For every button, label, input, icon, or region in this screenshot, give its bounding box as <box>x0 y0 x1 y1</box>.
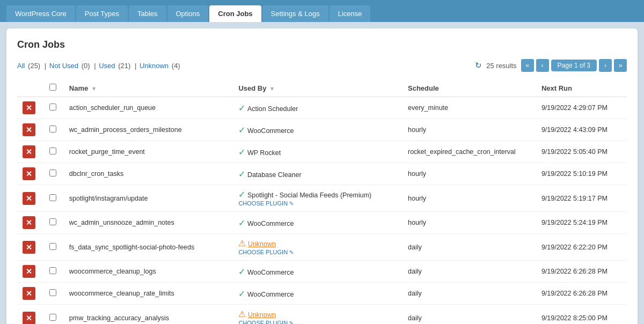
row-checkbox[interactable] <box>49 289 56 296</box>
used-check-icon: ✓️ <box>238 190 245 199</box>
name-sort-icon[interactable]: ▾ <box>92 85 96 92</box>
select-all-checkbox[interactable] <box>49 84 56 91</box>
delete-button[interactable]: ✕ <box>23 167 35 180</box>
unknown-label[interactable]: Unknown <box>248 240 276 248</box>
nextrun-value: 9/19/2022 4:29:07 PM <box>541 104 608 112</box>
row-checkbox[interactable] <box>49 126 56 132</box>
delete-button[interactable]: ✕ <box>23 101 35 114</box>
delete-button[interactable]: ✕ <box>23 265 35 278</box>
choose-plugin-link[interactable]: CHOOSE PLUGIN ✎ <box>238 320 294 324</box>
row-checkbox[interactable] <box>49 267 56 274</box>
name-cell: spotlight/instagram/update <box>64 185 233 212</box>
next-page-button-top[interactable]: › <box>599 59 612 72</box>
top-pagination: ↻ 25 results « ‹ Page 1 of 3 › » <box>475 59 627 72</box>
row-checkbox[interactable] <box>49 194 56 201</box>
schedule-value: hourly <box>408 195 426 202</box>
choose-plugin-link[interactable]: CHOOSE PLUGIN ✎ <box>238 249 294 255</box>
cron-name: dbclnr_cron_tasks <box>69 170 123 178</box>
checkbox-cell <box>44 283 64 305</box>
page-info-top: Page 1 of 3 <box>551 60 597 71</box>
tab-options[interactable]: Options <box>167 5 209 22</box>
delete-button[interactable]: ✕ <box>23 287 35 300</box>
tab-post-types[interactable]: Post Types <box>76 5 128 22</box>
checkbox-cell <box>44 261 64 283</box>
tab-tables[interactable]: Tables <box>129 5 166 22</box>
schedule-cell: hourly <box>402 212 536 234</box>
schedule-value: hourly <box>408 170 426 178</box>
used-by-name: Database Cleaner <box>247 171 302 179</box>
nextrun-value: 9/19/2022 5:19:17 PM <box>541 195 608 202</box>
row-checkbox[interactable] <box>49 104 56 111</box>
refresh-icon[interactable]: ↻ <box>475 61 482 70</box>
usedby-cell: ✓️ WooCommerce <box>233 212 402 234</box>
name-cell: rocket_purge_time_event <box>64 141 233 163</box>
delete-button[interactable]: ✕ <box>23 123 35 136</box>
tab-wordpress-core[interactable]: WordPress Core <box>6 5 75 22</box>
cron-name: wc_admin_unsnooze_admin_notes <box>69 219 174 226</box>
delete-button[interactable]: ✕ <box>23 145 35 158</box>
filter-unknown[interactable]: Unknown <box>140 62 169 70</box>
tab-license[interactable]: License <box>330 5 371 22</box>
delete-cell: ✕ <box>17 119 44 141</box>
delete-cell: ✕ <box>17 261 44 283</box>
name-cell: wc_admin_process_orders_milestone <box>64 119 233 141</box>
checkbox-cell <box>44 119 64 141</box>
name-cell: action_scheduler_run_queue <box>64 97 233 119</box>
last-page-button-top[interactable]: » <box>614 59 627 72</box>
used-count: (21) <box>118 62 130 70</box>
nextrun-cell: 9/19/2022 5:24:19 PM <box>536 212 627 234</box>
cron-name: fs_data_sync_spotlight-social-photo-feed… <box>69 244 194 251</box>
table-row: ✕ pmw_tracking_accuracy_analysis ⚠ Unkno… <box>17 305 627 325</box>
table-row: ✕ fs_data_sync_spotlight-social-photo-fe… <box>17 234 627 261</box>
th-name: Name ▾ <box>64 79 233 97</box>
pagination-controls-top: « ‹ Page 1 of 3 › » <box>521 59 627 72</box>
choose-plugin-link[interactable]: CHOOSE PLUGIN ✎ <box>238 200 294 207</box>
schedule-value: hourly <box>408 219 426 226</box>
delete-button[interactable]: ✕ <box>23 241 35 254</box>
nextrun-value: 9/19/2022 6:26:28 PM <box>541 268 608 275</box>
prev-page-button-top[interactable]: ‹ <box>536 59 549 72</box>
usedby-sort-icon[interactable]: ▾ <box>270 85 274 92</box>
used-by-name: WooCommerce <box>247 291 294 298</box>
used-by-name: Spotlight - Social Media Feeds (Premium) <box>247 192 371 199</box>
nextrun-cell: 9/19/2022 6:26:28 PM <box>536 261 627 283</box>
usedby-cell: ✓️ WooCommerce <box>233 261 402 283</box>
delete-button[interactable]: ✕ <box>23 312 35 325</box>
row-checkbox[interactable] <box>49 170 56 176</box>
used-check-icon: ✓️ <box>238 289 245 298</box>
table-row: ✕ dbclnr_cron_tasks ✓️ Database Cleaner … <box>17 163 627 185</box>
used-by-name: WP Rocket <box>247 149 281 157</box>
filter-all[interactable]: All <box>17 62 25 70</box>
nextrun-value: 9/19/2022 8:25:00 PM <box>541 314 608 322</box>
row-checkbox[interactable] <box>49 314 56 321</box>
cron-name: spotlight/instagram/update <box>69 195 148 202</box>
schedule-value: hourly <box>408 126 426 134</box>
unknown-warn-icon: ⚠ <box>238 310 246 319</box>
nextrun-cell: 9/19/2022 5:19:17 PM <box>536 185 627 212</box>
schedule-cell: daily <box>402 283 536 305</box>
checkbox-cell <box>44 141 64 163</box>
used-by-name: Action Scheduler <box>247 105 298 113</box>
used-check-icon: ✓️ <box>238 170 245 179</box>
schedule-cell: rocket_expired_cache_cron_interval <box>402 141 536 163</box>
row-checkbox[interactable] <box>49 148 56 154</box>
name-cell: wc_admin_unsnooze_admin_notes <box>64 212 233 234</box>
table-row: ✕ wc_admin_process_orders_milestone ✓️ W… <box>17 119 627 141</box>
filter-not-used[interactable]: Not Used <box>49 62 78 70</box>
row-checkbox[interactable] <box>49 243 56 250</box>
delete-cell: ✕ <box>17 234 44 261</box>
row-checkbox[interactable] <box>49 218 56 225</box>
unknown-label[interactable]: Unknown <box>248 311 276 319</box>
used-by-name: WooCommerce <box>247 127 294 135</box>
usedby-cell: ✓️ WooCommerce <box>233 283 402 305</box>
filter-links: All (25) | Not Used (0) | Used (21) | Un… <box>17 62 181 70</box>
tab-settings-logs[interactable]: Settings & Logs <box>262 5 328 22</box>
schedule-cell: hourly <box>402 185 536 212</box>
delete-button[interactable]: ✕ <box>23 192 35 205</box>
delete-button[interactable]: ✕ <box>23 216 35 229</box>
filter-used[interactable]: Used <box>99 62 115 70</box>
used-check-icon: ✓️ <box>238 126 245 135</box>
usedby-cell: ✓️ Action Scheduler <box>233 97 402 119</box>
tab-cron-jobs[interactable]: Cron Jobs <box>209 5 261 22</box>
first-page-button-top[interactable]: « <box>521 59 534 72</box>
